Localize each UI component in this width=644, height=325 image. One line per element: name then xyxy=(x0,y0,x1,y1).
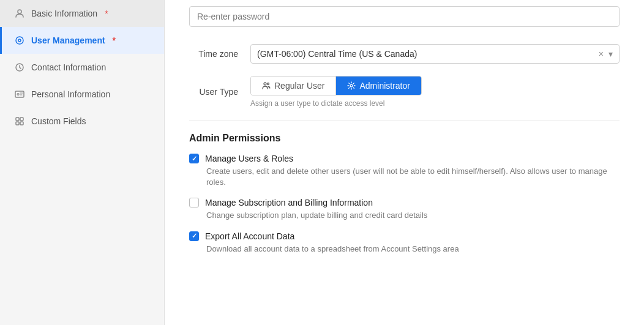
svg-rect-8 xyxy=(16,122,19,125)
users-icon xyxy=(262,81,271,90)
permission-row: Export All Account Data xyxy=(189,231,620,241)
divider xyxy=(189,120,620,121)
manage-users-roles-label: Manage Users & Roles xyxy=(205,154,293,163)
svg-rect-6 xyxy=(16,118,19,121)
id-card-icon xyxy=(14,89,25,100)
regular-user-label: Regular User xyxy=(274,81,324,91)
required-marker: * xyxy=(105,9,108,18)
clock-icon xyxy=(14,62,25,73)
svg-point-1 xyxy=(16,37,23,44)
timezone-clear-icon[interactable]: × xyxy=(599,49,604,59)
administrator-label: Administrator xyxy=(359,81,410,91)
user-type-toggle: Regular User Administrator xyxy=(250,76,422,95)
timezone-dropdown-icon[interactable]: ▾ xyxy=(608,49,613,59)
reenter-password-input[interactable] xyxy=(189,6,620,27)
permission-export-data: Export All Account Data Download all acc… xyxy=(189,231,620,255)
sidebar-item-label: Custom Fields xyxy=(31,116,86,126)
svg-rect-9 xyxy=(20,122,23,125)
svg-point-12 xyxy=(350,84,353,87)
permission-row: Manage Users & Roles xyxy=(189,154,620,163)
svg-rect-7 xyxy=(20,118,23,121)
sidebar-item-label: Personal Information xyxy=(31,89,110,99)
required-marker: * xyxy=(113,35,116,45)
manage-subscription-label: Manage Subscription and Billing Informat… xyxy=(205,198,373,207)
manage-subscription-checkbox[interactable] xyxy=(189,198,199,207)
timezone-value: (GMT-06:00) Central Time (US & Canada) xyxy=(257,49,599,59)
sidebar-item-contact-information[interactable]: Contact Information xyxy=(0,54,164,81)
sidebar-item-personal-information[interactable]: Personal Information xyxy=(0,81,164,108)
sidebar-item-basic-information[interactable]: Basic Information * xyxy=(0,0,164,27)
sidebar-item-label: User Management xyxy=(31,35,105,45)
sidebar-item-label: Basic Information xyxy=(31,9,97,18)
user-type-label: User Type xyxy=(189,87,250,97)
export-data-desc: Download all account data to a spreadshe… xyxy=(189,244,620,255)
person-icon xyxy=(14,8,25,19)
admin-permissions-title: Admin Permissions xyxy=(189,133,620,144)
user-type-row: User Type Regular User xyxy=(189,76,620,108)
svg-point-0 xyxy=(18,10,21,13)
svg-point-10 xyxy=(264,83,266,85)
user-type-control: Regular User Administrator Assign a user… xyxy=(250,76,620,108)
manage-subscription-desc: Change subscription plan, update billing… xyxy=(189,210,620,221)
timezone-actions: × ▾ xyxy=(599,49,613,59)
grid-icon xyxy=(14,116,25,127)
export-data-checkbox[interactable] xyxy=(189,231,199,241)
svg-rect-4 xyxy=(15,91,24,97)
timezone-row: Time zone (GMT-06:00) Central Time (US &… xyxy=(189,44,620,64)
timezone-select[interactable]: (GMT-06:00) Central Time (US & Canada) ×… xyxy=(250,44,620,64)
sidebar-item-user-management[interactable]: User Management * xyxy=(0,27,164,54)
permission-manage-subscription: Manage Subscription and Billing Informat… xyxy=(189,198,620,221)
main-content: Time zone (GMT-06:00) Central Time (US &… xyxy=(165,0,644,325)
export-data-label: Export All Account Data xyxy=(205,231,294,241)
permission-row: Manage Subscription and Billing Informat… xyxy=(189,198,620,207)
administrator-button[interactable]: Administrator xyxy=(335,77,421,95)
svg-point-11 xyxy=(268,83,269,85)
timezone-label: Time zone xyxy=(189,49,250,59)
sidebar: Basic Information * User Management * Co… xyxy=(0,0,165,325)
sidebar-item-label: Contact Information xyxy=(31,62,106,72)
regular-user-button[interactable]: Regular User xyxy=(251,77,335,95)
timezone-control: (GMT-06:00) Central Time (US & Canada) ×… xyxy=(250,44,620,64)
gear-icon xyxy=(347,81,356,90)
manage-users-roles-desc: Create users, edit and delete other user… xyxy=(189,166,620,188)
svg-point-2 xyxy=(18,39,21,42)
manage-users-roles-checkbox[interactable] xyxy=(189,154,199,163)
user-type-hint: Assign a user type to dictate access lev… xyxy=(250,99,620,108)
password-field xyxy=(189,6,620,27)
permission-manage-users-roles: Manage Users & Roles Create users, edit … xyxy=(189,154,620,188)
sidebar-item-custom-fields[interactable]: Custom Fields xyxy=(0,108,164,135)
shield-icon xyxy=(14,35,25,46)
svg-point-5 xyxy=(17,94,19,95)
